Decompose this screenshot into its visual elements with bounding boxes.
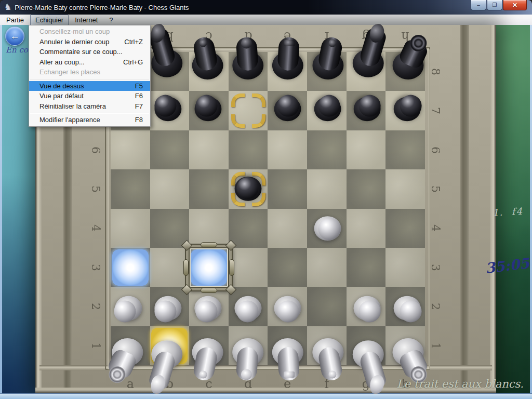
menu-internet[interactable]: Internet [70, 15, 103, 25]
piece-ball [318, 95, 340, 117]
title-bar[interactable]: ♞ Pierre-Marie Baty contre Pierre-Marie … [0, 0, 532, 15]
echiquier-dropdown-menu: Conseillez-moi un coup Annuler le dernie… [29, 25, 151, 127]
menu-separator [30, 79, 149, 79]
menu-help[interactable]: ? [104, 15, 118, 25]
rank-label-right-4: 4 [429, 224, 442, 232]
menu-item-commentaire-sur-ce-coup[interactable]: Commentaire sur ce coup... [29, 47, 150, 57]
turn-status-text: Le trait est aux blancs. [397, 378, 524, 390]
rank-label-right-5: 5 [429, 185, 442, 193]
rank-label-right-3: 3 [429, 264, 442, 271]
rank-label-right-6: 6 [429, 147, 442, 154]
piece-ball [155, 95, 177, 117]
piece-head [200, 370, 207, 378]
back-button[interactable]: ← [5, 26, 24, 46]
piece-ball [114, 300, 136, 322]
menu-item-echanger-les-places: Echanger les places [29, 67, 150, 77]
piece-head [241, 369, 251, 380]
piece-ball [277, 95, 299, 117]
rank-label-right-7: 7 [429, 107, 442, 114]
window-border-left [0, 25, 2, 399]
cursor-frame-ornament [183, 259, 189, 276]
menu-partie[interactable]: Partie [1, 15, 29, 25]
piece-ball [236, 177, 258, 199]
legal-move-highlight-a3[interactable] [112, 249, 149, 286]
rank-label-left-1: 1 [89, 342, 102, 350]
board-inner-frame-inner [108, 49, 430, 369]
rank-label-left-5: 5 [89, 185, 102, 193]
menu-item-vue-de-dessus[interactable]: Vue de dessusF5 [29, 81, 150, 91]
rank-label-right-2: 2 [429, 303, 442, 310]
maximize-button[interactable]: ❐ [487, 0, 502, 10]
piece-ball [318, 218, 340, 240]
move-list-text: 1. f4 d5 [493, 204, 532, 218]
last-move-from-marker-d7 [229, 91, 268, 130]
menu-item-aller-au-coup[interactable]: Aller au coup...Ctrl+G [29, 57, 150, 68]
piece-head [410, 35, 427, 51]
menu-separator [30, 113, 149, 113]
piece-ball [155, 300, 177, 322]
piece-ball [400, 95, 422, 117]
cursor-frame-ornament [201, 242, 217, 247]
window-border-bottom [0, 393, 532, 399]
gold-corner-marker [252, 94, 265, 107]
piece-ball [236, 300, 258, 322]
file-label-bottom-a: a [127, 377, 134, 391]
gold-corner-marker [252, 114, 265, 128]
piece-ball [196, 300, 218, 322]
app-knight-icon: ♞ [4, 3, 11, 11]
gold-corner-marker [231, 114, 245, 128]
piece-head [241, 37, 251, 48]
piece-head [284, 40, 295, 46]
rank-label-right-1: 1 [429, 342, 442, 350]
rank-label-left-3: 3 [89, 264, 102, 271]
menu-item-vue-par-defaut[interactable]: Vue par défautF6 [29, 91, 150, 101]
piece-head [200, 39, 207, 47]
piece-ball [277, 300, 299, 322]
piece-head [328, 39, 336, 47]
piece-ball [359, 95, 381, 117]
rank-label-left-2: 2 [89, 303, 102, 310]
rank-label-left-6: 6 [89, 147, 102, 154]
menu-echiquier[interactable]: Echiquier [30, 15, 69, 25]
chess-giants-window: ♞ Pierre-Marie Baty contre Pierre-Marie … [0, 0, 532, 399]
window-title: Pierre-Marie Baty contre Pierre-Marie Ba… [15, 4, 189, 11]
rank-label-left-4: 4 [89, 224, 102, 232]
menu-item-conseillez-moi-un-coup: Conseillez-moi un coup [29, 26, 150, 37]
gold-corner-marker [231, 94, 245, 107]
menu-item-annuler-le-dernier-coup[interactable]: Annuler le dernier coupCtrl+Z [29, 37, 150, 47]
menu-item-modifier-apparence[interactable]: Modifier l'apparenceF8 [29, 115, 150, 125]
piece-head [284, 371, 295, 377]
close-button[interactable]: ✕ [503, 0, 527, 10]
piece-ball [400, 300, 422, 322]
minimize-button[interactable]: – [471, 0, 486, 10]
menu-bar: Partie Echiquier Internet ? [0, 15, 532, 25]
menu-item-reinitialiser-la-camera[interactable]: Réinitialiser la caméraF7 [29, 101, 150, 112]
piece-ball [359, 300, 381, 322]
piece-head [328, 370, 336, 378]
cursor-frame-ornament [229, 259, 234, 276]
cursor-frame-ornament [201, 288, 217, 293]
rank-label-right-8: 8 [429, 68, 442, 75]
board-border-groove-right [460, 25, 469, 394]
piece-ball [196, 95, 218, 117]
piece-head [109, 366, 125, 382]
cursor-frame-c3[interactable] [186, 245, 232, 290]
